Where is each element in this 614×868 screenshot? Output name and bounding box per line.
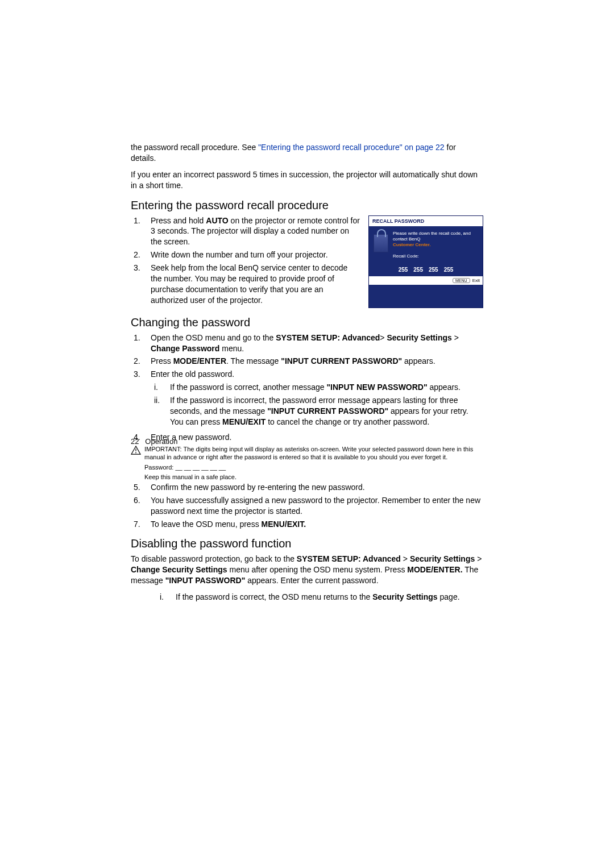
heading-disabling: Disabling the password function [131,537,483,550]
password-blank-line: Password: __ __ __ __ __ __ [131,463,483,471]
osd-recall-label: Recall Code: [393,254,478,259]
list-item: 2.Press MODE/ENTER. The message "INPUT C… [131,356,483,367]
osd-footer: MENU Exit [369,276,483,285]
list-item: i.If the password is correct, the OSD me… [156,592,483,603]
osd-exit-label: Exit [472,278,480,283]
recall-code-value: 255 [444,267,454,273]
list-item: 1.Press and hold AUTO on the projector o… [131,215,360,248]
page-footer: 22 Operation [131,437,177,446]
list-item: ii.If the password is incorrect, the pas… [151,395,483,427]
list-item: 7.To leave the OSD menu, press MENU/EXIT… [131,519,483,530]
important-note: IMPORTANT: The digits being input will d… [144,445,483,462]
lock-icon [374,234,388,252]
list-item: i.If the password is correct, another me… [151,382,483,393]
list-item: 6.You have successfully assigned a new p… [131,495,483,517]
changing-steps-2: 5.Confirm the new password by re-enterin… [131,482,483,530]
keep-manual-line: Keep this manual in a safe place. [131,473,483,481]
recall-password-dialog: RECALL PASSWORD Please write down the re… [368,215,483,308]
heading-recall: Entering the password recall procedure [131,199,483,212]
osd-title: RECALL PASSWORD [369,216,483,226]
recall-steps: 1.Press and hold AUTO on the projector o… [131,215,360,306]
list-item: 3.Seek help from the local BenQ service … [131,263,360,306]
intro-cont: the password recall procedure. See "Ente… [131,142,483,164]
osd-recall-codes: 255255255255 [369,267,483,273]
recall-code-value: 255 [399,267,408,273]
page-number: 22 [131,437,139,446]
list-item: 5.Confirm the new password by re-enterin… [131,482,483,493]
disabling-sub: i.If the password is correct, the OSD me… [156,592,483,603]
osd-message: Please write down the recall code, and c… [393,231,478,248]
heading-changing: Changing the password [131,316,483,329]
intro-warning: If you enter an incorrect password 5 tim… [131,169,483,191]
list-item: 2.Write down the number and turn off you… [131,250,360,260]
changing-steps-1: 1.Open the OSD menu and go to the SYSTEM… [131,333,483,443]
menu-button-icon[interactable]: MENU [453,278,470,283]
intro-prefix: the password recall procedure. See [131,143,258,152]
caution-icon [131,446,141,455]
list-item: 1.Open the OSD menu and go to the SYSTEM… [131,333,483,354]
list-item: 4.Enter a new password. [131,432,483,443]
list-item: 3.Enter the old password.i.If the passwo… [131,369,483,429]
recall-code-value: 255 [429,267,438,273]
svg-point-1 [135,452,136,453]
recall-code-value: 255 [413,267,423,273]
recall-procedure-link[interactable]: "Entering the password recall procedure"… [258,143,444,152]
disabling-paragraph: To disable password protection, go back … [131,554,483,586]
footer-section: Operation [145,437,177,446]
